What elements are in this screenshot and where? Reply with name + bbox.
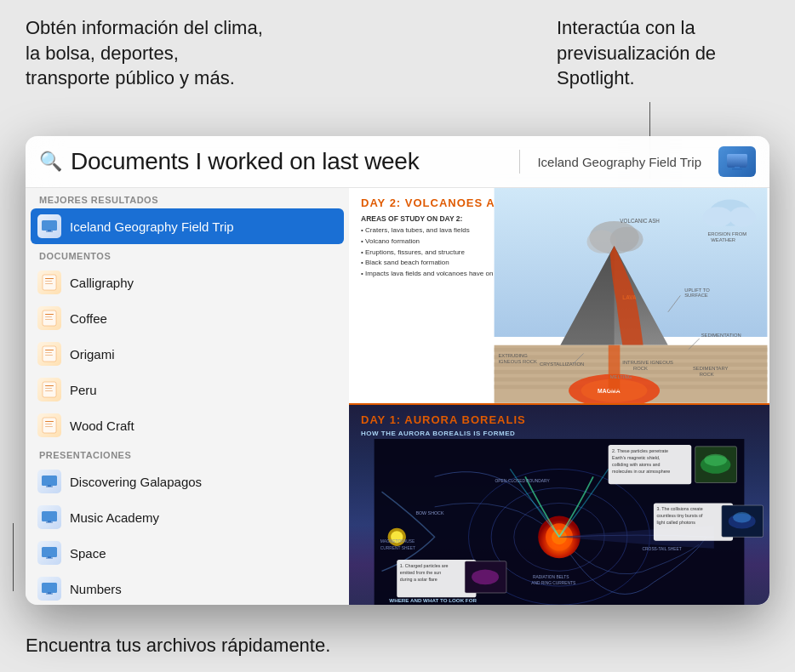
svg-rect-61 bbox=[495, 348, 768, 352]
result-item-iceland[interactable]: Iceland Geography Field Trip bbox=[31, 208, 344, 244]
svg-rect-9 bbox=[45, 278, 54, 279]
svg-text:BOW SHOCK: BOW SHOCK bbox=[415, 510, 444, 515]
svg-rect-40 bbox=[46, 558, 53, 559]
result-label-calligraphy: Calligraphy bbox=[70, 276, 337, 290]
svg-rect-6 bbox=[46, 231, 53, 232]
svg-text:2. These particles penetrate: 2. These particles penetrate bbox=[612, 448, 668, 453]
svg-rect-17 bbox=[43, 346, 56, 362]
svg-text:VOLCANIC ASH: VOLCANIC ASH bbox=[620, 218, 660, 224]
svg-rect-26 bbox=[45, 390, 53, 391]
result-label-music-academy: Music Academy bbox=[70, 510, 337, 525]
annotation-top-right: Interactúa con la previsualización de Sp… bbox=[557, 15, 744, 91]
svg-text:EXTRUDING: EXTRUDING bbox=[498, 353, 528, 358]
svg-point-126 bbox=[472, 569, 499, 584]
svg-text:OPEN-CLOSED BOUNDARY: OPEN-CLOSED BOUNDARY bbox=[495, 479, 551, 483]
result-icon-peru bbox=[37, 378, 61, 401]
svg-point-50 bbox=[729, 207, 756, 226]
svg-point-49 bbox=[703, 207, 733, 226]
day1-section: DAY 1: AURORA BOREALIS HOW THE AURORA BO… bbox=[349, 405, 769, 605]
search-input[interactable]: Documents I worked on last week bbox=[71, 148, 511, 175]
svg-text:RADIATION BELTS: RADIATION BELTS bbox=[533, 575, 569, 579]
result-item-wood-craft[interactable]: Wood Craft bbox=[26, 407, 349, 443]
svg-rect-21 bbox=[45, 355, 53, 356]
svg-rect-38 bbox=[42, 547, 57, 557]
svg-text:WEATHER: WEATHER bbox=[711, 237, 735, 242]
result-label-peru: Peru bbox=[70, 383, 337, 397]
svg-rect-30 bbox=[45, 424, 52, 424]
annotation-line-bottom-left bbox=[13, 523, 14, 591]
svg-text:ROCK: ROCK bbox=[633, 366, 648, 371]
aurora-subtitle: HOW THE AURORA BOREALIS IS FORMED bbox=[361, 430, 758, 437]
svg-rect-15 bbox=[45, 316, 52, 317]
result-icon-galapagos bbox=[37, 470, 61, 493]
spotlight-window: 🔍 Documents I worked on last week Icelan… bbox=[26, 136, 769, 605]
result-item-music-academy[interactable]: Music Academy bbox=[26, 499, 349, 535]
svg-rect-27 bbox=[43, 418, 56, 433]
svg-text:SEDIMENTATION: SEDIMENTATION bbox=[701, 333, 741, 338]
svg-rect-31 bbox=[45, 426, 53, 427]
search-icon: 🔍 bbox=[39, 151, 62, 173]
search-bar: 🔍 Documents I worked on last week Icelan… bbox=[26, 136, 769, 188]
result-item-calligraphy[interactable]: Calligraphy bbox=[26, 265, 349, 300]
result-label-galapagos: Discovering Galapagos bbox=[70, 475, 337, 489]
svg-text:SURFACE: SURFACE bbox=[684, 293, 708, 298]
svg-text:MELTING: MELTING bbox=[610, 374, 632, 379]
svg-rect-29 bbox=[45, 421, 54, 422]
svg-rect-37 bbox=[46, 522, 53, 523]
svg-text:SEDIMENTARY: SEDIMENTARY bbox=[693, 366, 729, 371]
search-result-name: Iceland Geography Field Trip bbox=[529, 155, 710, 169]
result-icon-origami bbox=[37, 342, 61, 366]
svg-text:countless tiny bursts of: countless tiny bursts of bbox=[656, 513, 703, 518]
svg-text:WHERE AND WHAT TO LOOK FOR: WHERE AND WHAT TO LOOK FOR bbox=[389, 596, 477, 602]
result-icon-iceland bbox=[37, 214, 61, 238]
svg-text:LAVA: LAVA bbox=[622, 294, 637, 300]
svg-rect-22 bbox=[43, 382, 56, 397]
result-item-coffee[interactable]: Coffee bbox=[26, 300, 349, 336]
result-item-origami[interactable]: Origami bbox=[26, 336, 349, 372]
svg-rect-3 bbox=[732, 168, 742, 170]
spotlight-body: MEJORES RESULTADOS Iceland Geography Fie… bbox=[26, 188, 769, 605]
svg-text:CURRENT SHEET: CURRENT SHEET bbox=[380, 545, 415, 550]
svg-rect-25 bbox=[45, 388, 52, 389]
svg-text:MAGNETOPAUSE: MAGNETOPAUSE bbox=[380, 539, 415, 544]
volcano-illustration: EROSION FROM WEATHER VOLCANIC ASH bbox=[492, 188, 769, 403]
svg-rect-16 bbox=[45, 319, 53, 320]
svg-text:3. The collisions create: 3. The collisions create bbox=[656, 506, 702, 511]
preview-infographic: DAY 2: VOLCANOES AND LAVA FIELDS AREAS O… bbox=[349, 188, 769, 605]
result-item-numbers[interactable]: Numbers bbox=[26, 571, 349, 605]
svg-text:light called photons: light called photons bbox=[656, 520, 695, 525]
svg-text:colliding with atoms and: colliding with atoms and bbox=[612, 462, 660, 467]
svg-rect-12 bbox=[43, 310, 56, 326]
result-icon-wood-craft bbox=[37, 413, 61, 437]
result-label-iceland: Iceland Geography Field Trip bbox=[70, 219, 337, 234]
result-icon-numbers bbox=[37, 577, 61, 601]
result-item-peru[interactable]: Peru bbox=[26, 372, 349, 407]
svg-text:IGNEOUS ROCK: IGNEOUS ROCK bbox=[498, 359, 536, 364]
svg-rect-20 bbox=[45, 352, 52, 353]
svg-rect-34 bbox=[46, 487, 53, 487]
keynote-icon bbox=[718, 146, 756, 177]
svg-rect-10 bbox=[45, 281, 52, 282]
result-label-numbers: Numbers bbox=[70, 582, 337, 596]
section-documents: DOCUMENTOS bbox=[26, 244, 349, 265]
svg-text:during a solar flare: during a solar flare bbox=[400, 577, 438, 582]
day2-section: DAY 2: VOLCANOES AND LAVA FIELDS AREAS O… bbox=[349, 188, 769, 405]
svg-rect-11 bbox=[45, 283, 53, 284]
result-icon-calligraphy bbox=[37, 271, 61, 294]
search-divider bbox=[519, 150, 520, 174]
svg-rect-24 bbox=[45, 385, 54, 386]
result-item-space[interactable]: Space bbox=[26, 535, 349, 571]
aurora-visual: 2. These particles penetrate Earth's mag… bbox=[349, 439, 769, 605]
result-item-galapagos[interactable]: Discovering Galapagos bbox=[26, 464, 349, 499]
svg-rect-14 bbox=[45, 314, 54, 315]
section-presentations: PRESENTACIONES bbox=[26, 443, 349, 464]
svg-point-119 bbox=[704, 454, 727, 466]
svg-rect-1 bbox=[727, 154, 747, 168]
result-icon-space bbox=[37, 541, 61, 565]
result-label-origami: Origami bbox=[70, 347, 337, 362]
svg-rect-7 bbox=[43, 275, 56, 290]
svg-text:EROSION FROM: EROSION FROM bbox=[707, 231, 746, 236]
svg-rect-70 bbox=[609, 345, 621, 390]
left-panel: MEJORES RESULTADOS Iceland Geography Fie… bbox=[26, 188, 349, 605]
svg-text:molecules in our atmosphere: molecules in our atmosphere bbox=[612, 469, 670, 474]
